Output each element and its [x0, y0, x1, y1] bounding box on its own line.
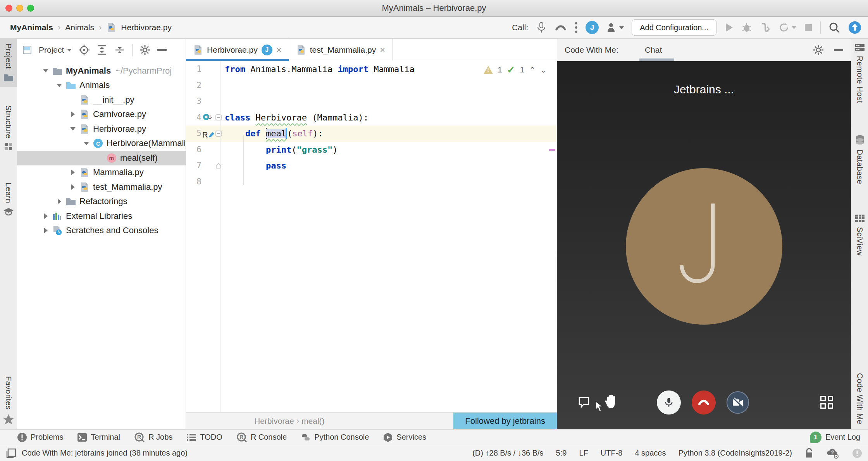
chevron-right-icon[interactable] [53, 199, 66, 204]
stripe-tab-database[interactable]: Database [851, 130, 868, 189]
tool-window-button-r-console[interactable]: RR Console [236, 432, 287, 443]
previous-problem-icon[interactable]: ⌃ [529, 65, 536, 74]
inspections-widget[interactable]: 1 ✓ 1 ⌃ ⌃ [484, 65, 547, 74]
locate-file-icon[interactable] [79, 45, 90, 55]
chevron-right-icon[interactable] [66, 112, 79, 117]
tool-window-button-terminal[interactable]: Terminal [77, 432, 120, 442]
stripe-tab-project[interactable]: Project [0, 39, 17, 87]
collapse-all-icon[interactable] [114, 45, 125, 55]
tool-window-view-icon[interactable] [22, 45, 32, 55]
more-options-kebab-icon[interactable] [575, 22, 578, 33]
tool-window-button-services[interactable]: Services [383, 432, 426, 442]
end-call-icon[interactable] [555, 23, 567, 32]
chevron-down-icon[interactable] [66, 127, 79, 131]
close-icon[interactable]: × [380, 45, 385, 55]
remote-user-caret-marker[interactable]: R [202, 127, 215, 143]
tree-item-refactorings[interactable]: Refactorings [17, 194, 186, 209]
indent-setting[interactable]: 4 spaces [635, 449, 666, 458]
file-encoding[interactable]: UTF-8 [601, 449, 623, 458]
close-icon[interactable]: × [276, 45, 282, 55]
debug-icon[interactable] [741, 22, 752, 33]
tree-item-myanimals[interactable]: MyAnimals~/PycharmProj [17, 64, 186, 78]
participants-dropdown[interactable] [606, 22, 624, 33]
participant-avatar [626, 168, 782, 325]
chat-bubble-icon[interactable] [577, 395, 591, 409]
tree-item-carnivorae-py[interactable]: Carnivorae.py [17, 107, 186, 122]
tree-item-scratches-and-consoles[interactable]: Scratches and Consoles [17, 224, 186, 238]
stripe-tab-remote-host[interactable]: Remote Host [851, 39, 868, 108]
editor-tab-test-mammalia-py[interactable]: test_Mammalia.py× [289, 39, 393, 61]
hide-panel-icon[interactable] [157, 49, 167, 51]
tool-window-button-todo[interactable]: TODO [186, 433, 222, 442]
breadcrumb-item[interactable]: Animals [65, 23, 94, 32]
notifications-icon[interactable] [852, 448, 863, 459]
tree-item-test-mammalia-py[interactable]: test_Mammalia.py [17, 180, 186, 194]
chevron-down-icon[interactable] [80, 142, 93, 145]
settings-gear-icon[interactable] [813, 45, 824, 55]
editor-tab-herbivorae-py[interactable]: Herbivorae.pyJ× [186, 39, 289, 61]
caret-position[interactable]: 5:9 [556, 449, 567, 458]
stripe-tab-code-with-me[interactable]: Code With Me [851, 368, 868, 429]
tool-window-button-r-jobs[interactable]: RR Jobs [134, 432, 172, 443]
stop-icon[interactable] [804, 23, 813, 32]
run-icon[interactable] [724, 22, 734, 33]
search-everywhere-icon[interactable] [828, 22, 840, 33]
add-configuration-button[interactable]: Add Configuration... [632, 19, 716, 36]
camera-off-button[interactable] [727, 391, 749, 414]
stripe-tab-sciview[interactable]: SciView [851, 209, 868, 260]
microphone-icon[interactable] [536, 22, 547, 33]
breadcrumb-class[interactable]: Herbivorae [252, 416, 296, 426]
settings-gear-icon[interactable] [140, 45, 150, 55]
chevron-down-icon[interactable] [53, 84, 66, 87]
chevron-right-icon[interactable] [66, 170, 79, 175]
tree-item-animals[interactable]: Animals [17, 78, 186, 93]
tool-window-button-python-console[interactable]: Python Console [301, 432, 369, 442]
breadcrumb-method[interactable]: meal() [299, 416, 327, 426]
chevron-right-icon[interactable] [66, 184, 79, 190]
code-with-me-panel: Code With Me: Chat Jetbrains ... [557, 39, 851, 429]
unlocked-icon[interactable] [804, 448, 814, 459]
python-file-icon [79, 109, 90, 119]
editor-area: Herbivorae.pyJ×test_Mammalia.py× 1 ✓ 1 ⌃… [186, 39, 557, 429]
breadcrumb-item[interactable]: MyAnimals [10, 23, 53, 32]
hide-panel-icon[interactable] [834, 49, 843, 51]
raise-hand-icon[interactable] [604, 394, 619, 410]
python-interpreter[interactable]: Python 3.8 (CodeInsights2019-2) [678, 449, 792, 458]
tree-item-meal-self-[interactable]: mmeal(self) [17, 151, 186, 165]
breadcrumb-item[interactable]: Herbivorae.py [121, 23, 172, 32]
line-number: 1 [186, 61, 202, 77]
rerun-icon[interactable] [778, 22, 796, 33]
event-log-button[interactable]: 1Event Log [810, 432, 860, 443]
tab-chat[interactable]: Chat [643, 39, 663, 61]
editor-tab-bar: Herbivorae.pyJ×test_Mammalia.py× [186, 39, 557, 61]
chevron-down-icon[interactable] [39, 69, 52, 72]
tree-item-herbivorae-mammalia-[interactable]: CHerbivorae(Mammalia) [17, 136, 186, 151]
tool-window-button-problems[interactable]: Problems [17, 432, 63, 442]
todo-icon [186, 433, 196, 442]
grid-view-icon[interactable] [820, 396, 833, 409]
chevron-down-icon [619, 26, 624, 29]
chevron-right-icon[interactable] [39, 228, 52, 233]
attach-to-process-icon[interactable] [760, 22, 771, 33]
tool-window-toggle-icon[interactable] [6, 448, 16, 458]
stripe-tab-structure[interactable]: Structure [0, 101, 17, 157]
project-path: ~/PycharmProj [115, 66, 172, 76]
code-editor[interactable]: 1 ✓ 1 ⌃ ⌃ 1from Animals.Mammalia import … [186, 61, 557, 412]
end-call-button[interactable] [692, 390, 716, 415]
tree-item--init-py[interactable]: __init__.py [17, 93, 186, 107]
overridden-marker-icon[interactable] [202, 113, 212, 123]
microphone-toggle-button[interactable] [657, 390, 681, 415]
cloud-settings-icon[interactable]: ? [826, 447, 839, 459]
tree-item-herbivorae-py[interactable]: Herbivorae.py [17, 122, 186, 136]
tree-item-mammalia-py[interactable]: Mammalia.py [17, 165, 186, 180]
user-avatar[interactable]: J [586, 21, 599, 34]
stripe-tab-learn[interactable]: Learn [0, 178, 17, 221]
expand-all-icon[interactable] [96, 45, 107, 55]
chevron-right-icon[interactable] [39, 213, 52, 219]
update-available-icon[interactable] [848, 21, 862, 34]
project-view-selector[interactable]: Project [39, 45, 72, 55]
tree-item-external-libraries[interactable]: External Libraries [17, 209, 186, 224]
stripe-tab-favorites[interactable]: Favorites [0, 372, 17, 429]
next-problem-icon[interactable]: ⌃ [540, 65, 547, 74]
line-separator[interactable]: LF [579, 449, 588, 458]
